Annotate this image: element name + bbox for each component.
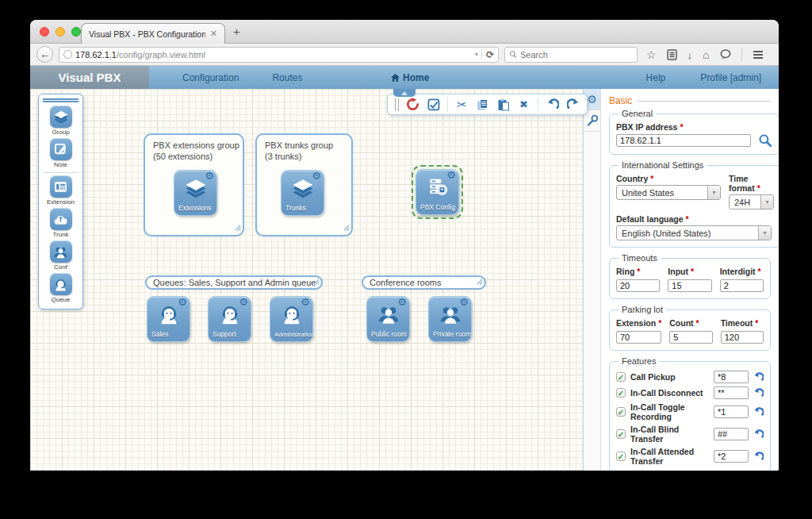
layers-icon [50,106,72,128]
language-select[interactable]: English (United States) [616,225,772,240]
reload-icon[interactable] [481,49,494,60]
fieldset-legend: Features [619,356,659,366]
time-format-select[interactable]: 24H [729,194,774,210]
downloads-icon[interactable] [688,48,693,62]
palette-item-extension[interactable]: Extension [39,175,82,206]
reset-icon[interactable] [753,429,764,440]
copy-icon[interactable] [476,98,489,112]
reset-icon[interactable] [753,452,764,462]
lookup-icon[interactable] [758,133,772,148]
ring-input[interactable] [616,279,660,292]
undo-icon[interactable] [546,98,559,112]
checkbox-checked-icon[interactable] [616,452,626,461]
blind-transfer-input[interactable] [714,428,749,440]
palette-item-conf[interactable]: Conf [39,240,82,271]
reset-icon[interactable] [753,372,764,383]
resize-handle-icon[interactable] [477,277,483,286]
tab-close-icon[interactable] [210,29,217,39]
required-marker [650,174,653,183]
new-tab-button[interactable] [233,25,240,37]
node-queue-support[interactable]: Support [208,296,251,342]
attended-transfer-input[interactable] [714,450,749,463]
checkbox-checked-icon[interactable] [616,372,626,382]
node-trunks[interactable]: Trunks [281,170,324,216]
node-extensions[interactable]: Extensions [174,170,217,216]
menu-icon[interactable] [753,50,764,60]
reading-list-icon[interactable] [667,49,677,60]
node-conf-private[interactable]: Private room [428,296,472,342]
reset-icon[interactable] [753,388,764,398]
note-conference[interactable]: Conference rooms [362,275,486,290]
people-icon [367,304,409,325]
nav-item-help[interactable]: Help [646,72,666,83]
palette-item-note[interactable]: Note [39,138,82,168]
group-box-extensions[interactable]: PBX extensions group (50 extensions) Ext… [144,133,244,236]
close-window-button[interactable] [40,27,49,37]
toolbar-drag-handle[interactable] [395,98,399,111]
toolbar-collapse-handle[interactable] [393,89,416,97]
agent-headset-icon [50,273,72,295]
note-queues[interactable]: Queues: Sales, Support and Admin queue [145,275,323,290]
nav-item-home[interactable]: Home [391,72,429,83]
checkbox-checked-icon[interactable] [616,429,626,439]
resize-handle-icon[interactable] [343,220,350,234]
resize-handle-icon[interactable] [313,277,320,286]
minimize-window-button[interactable] [56,27,65,37]
node-conf-public[interactable]: Public room [366,296,410,342]
in-call-disconnect-input[interactable] [714,386,749,399]
group-box-trunks[interactable]: PBX trunks group (3 trunks) Trunks [255,133,353,236]
parking-count-input[interactable] [669,331,712,344]
chat-icon[interactable] [720,49,731,60]
people-icon [50,240,72,263]
input-timeout-input[interactable] [668,279,711,292]
url-field[interactable]: 178.62.1.1/config/graph.view.html [59,47,499,63]
required-marker [637,267,640,276]
site-identity-icon [63,50,72,59]
node-queue-administration[interactable]: Administration [270,296,313,342]
checkbox-checked-icon[interactable] [616,407,626,417]
country-select[interactable]: United States [616,185,721,200]
reset-icon[interactable] [753,407,764,417]
browser-action-icons [646,48,764,62]
back-button[interactable] [36,46,53,63]
palette-label: Queue [51,296,70,303]
tab-title: Visual PBX - PBX Configuration [89,29,205,39]
search-box[interactable] [504,47,638,63]
palette-item-queue[interactable]: Queue [39,273,82,303]
zoom-window-button[interactable] [71,27,81,37]
select-all-icon[interactable] [427,98,440,112]
url-dropdown-icon[interactable] [475,51,478,58]
nav-item-routes[interactable]: Routes [272,72,302,83]
refresh-icon[interactable] [406,98,419,112]
time-format-label: Time format [729,174,774,193]
interdigit-input[interactable] [720,279,764,292]
redo-icon[interactable] [566,98,580,112]
paste-icon[interactable] [496,98,510,112]
palette-item-trunk[interactable]: Trunk [39,208,82,238]
browser-home-icon[interactable] [703,48,709,62]
browser-tab[interactable]: Visual PBX - PBX Configuration [81,23,225,44]
parking-extension-input[interactable] [616,331,661,344]
bookmark-star-icon[interactable] [646,48,657,62]
nav-item-configuration[interactable]: Configuration [182,72,239,83]
app-logo: Visual PBX [30,66,149,89]
selection-outline: PBX Config [412,165,463,219]
nav-item-profile[interactable]: Profile [admin] [700,72,761,83]
note-text: Queues: Sales, Support and Admin queue [153,278,316,287]
toggle-recording-input[interactable] [714,406,749,418]
pbx-ip-input[interactable] [616,134,751,147]
node-label: Support [213,330,236,338]
call-pickup-input[interactable] [714,371,749,383]
parking-timeout-input[interactable] [721,331,764,344]
layers-icon [282,178,324,199]
delete-icon[interactable] [517,98,530,112]
node-queue-sales[interactable]: Sales [147,296,190,342]
palette-drag-handle[interactable] [43,98,79,102]
palette-item-group[interactable]: Group [39,106,82,136]
checkbox-checked-icon[interactable] [616,388,626,398]
cut-icon[interactable] [455,98,469,112]
node-pbx-config[interactable]: PBX Config [416,169,459,215]
graph-canvas[interactable]: Group Note Extension Trunk Conf [30,89,583,471]
search-input[interactable] [520,50,633,60]
resize-handle-icon[interactable] [235,220,241,234]
